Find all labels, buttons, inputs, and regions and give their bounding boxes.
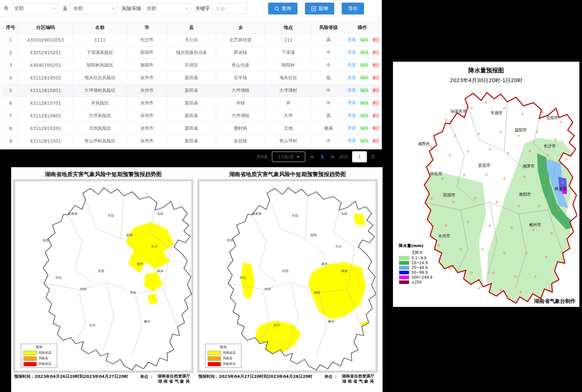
city-label: 长沙 xyxy=(335,244,342,248)
cell-actions: 查看 编辑 删除 xyxy=(346,84,379,97)
keyword-input[interactable] xyxy=(212,3,247,14)
edit-link[interactable]: 编辑 xyxy=(360,138,369,143)
search-button[interactable]: 查询 xyxy=(268,3,297,14)
county-filter-label: 县 xyxy=(63,5,68,12)
delete-link[interactable]: 删除 xyxy=(373,126,379,131)
col-header: 名称 xyxy=(73,22,127,34)
city-label: 株洲 xyxy=(341,269,348,273)
risk-zone-table: 序号 分区编码 名称 市 县 乡 地点 风险等级 操作 1 4301029010… xyxy=(3,21,379,148)
edit-link[interactable]: 编辑 xyxy=(360,88,369,93)
cell-no: 1 xyxy=(3,34,18,46)
edit-link[interactable]: 编辑 xyxy=(360,75,369,80)
cell-town: 骥村镇 xyxy=(216,122,265,135)
view-link[interactable]: 查看 xyxy=(347,138,356,143)
table-row: 4 43112810502 地头社区风险区 永州市 新田县 石羊镇 地头社区 低… xyxy=(3,72,379,84)
city-label: 株洲市 xyxy=(554,187,566,191)
risk-select-value: 全部 xyxy=(147,5,156,12)
cell-name: 大坪风险区 xyxy=(73,110,127,122)
cell-code: 43112810201 xyxy=(18,122,73,135)
table-row: 6 43112810701 井风险区 永州市 新田县 井镇 井 中 查看 编辑 … xyxy=(3,97,379,110)
view-link[interactable]: 查看 xyxy=(347,100,356,106)
legend-swatch xyxy=(399,261,409,265)
legend-label: 10~24.9 xyxy=(412,261,427,265)
delete-link[interactable]: 删除 xyxy=(373,62,379,68)
next-page-button[interactable]: > xyxy=(329,154,336,159)
cell-name: 北地风险区 xyxy=(73,122,127,135)
view-link[interactable]: 查看 xyxy=(347,126,356,131)
risk-filter-label: 风险等级 xyxy=(122,5,141,12)
add-button[interactable]: 新增 xyxy=(305,3,334,14)
cell-risk: 高 xyxy=(312,110,346,122)
edit-link[interactable]: 编辑 xyxy=(360,100,369,106)
city-label: 邵阳 xyxy=(80,287,87,291)
cell-county: 新田县 xyxy=(167,84,216,97)
legend-label: 25~49.9 xyxy=(412,266,427,270)
unit-label: 单位 ： xyxy=(324,374,338,384)
city-label: 衡阳 xyxy=(130,291,136,294)
edit-link[interactable]: 编辑 xyxy=(360,113,369,118)
edit-link[interactable]: 编辑 xyxy=(360,37,369,42)
view-link[interactable]: 查看 xyxy=(347,113,356,118)
cell-county: 石鼓区 xyxy=(167,59,216,72)
city-label: 怀化 xyxy=(239,276,246,279)
cell-actions: 查看 编辑 删除 xyxy=(346,46,379,59)
edit-link[interactable]: 编辑 xyxy=(360,126,369,131)
edit-link[interactable]: 编辑 xyxy=(360,62,369,68)
cell-code: 43052910201 xyxy=(18,46,73,59)
delete-link[interactable]: 删除 xyxy=(373,75,379,80)
cell-no: 8 xyxy=(3,122,18,135)
cell-risk: 中 xyxy=(312,84,346,97)
cell-place: 朝阳村 xyxy=(265,59,312,72)
table-row: 3 43040700202 朝阳村风险区 衡阳市 石鼓区 青山街道 朝阳村 中 … xyxy=(3,59,379,72)
prev-page-button[interactable]: < xyxy=(309,154,316,159)
cell-risk: 低 xyxy=(312,72,346,84)
export-button[interactable]: 导出 xyxy=(342,3,364,14)
delete-link[interactable]: 删除 xyxy=(373,138,379,143)
edit-link[interactable]: 编辑 xyxy=(360,50,369,55)
delete-link[interactable]: 删除 xyxy=(373,113,379,118)
add-icon xyxy=(311,6,316,11)
view-link[interactable]: 查看 xyxy=(347,37,356,42)
city-select[interactable]: 全部 ▾ xyxy=(11,3,58,14)
legend-title: 图例 xyxy=(21,345,57,350)
cell-actions: 查看 编辑 删除 xyxy=(346,97,379,110)
goto-page-input[interactable] xyxy=(352,151,367,162)
risk-level-select[interactable]: 全部 ▾ xyxy=(143,3,191,14)
view-link[interactable]: 查看 xyxy=(347,75,356,80)
page-size-select[interactable]: 15条/页 ▾ xyxy=(272,152,305,162)
col-header: 分区编码 xyxy=(18,22,73,34)
chevron-down-icon: ▾ xyxy=(112,7,114,10)
cell-name: 青山坪村风险区 xyxy=(73,135,127,148)
city-label: 永州 xyxy=(89,323,95,327)
col-header: 序号 xyxy=(3,22,18,34)
county-select[interactable]: 全部 ▾ xyxy=(70,3,117,14)
cell-no: 7 xyxy=(3,110,18,122)
city-label: 邵阳 xyxy=(264,287,271,291)
city-label: 怀化 xyxy=(55,276,62,279)
filter-bar: 市 全部 ▾ 县 全部 ▾ 风险等级 全部 ▾ 关键字 查询 xyxy=(0,0,382,17)
legend-swatch-orange xyxy=(23,356,37,361)
delete-link[interactable]: 删除 xyxy=(373,88,379,93)
delete-link[interactable]: 删除 xyxy=(373,37,379,42)
chevron-down-icon: ▾ xyxy=(186,7,188,10)
delete-link[interactable]: 删除 xyxy=(373,100,379,106)
legend-label: 无降水 xyxy=(412,250,423,255)
city-label: 永州 xyxy=(273,323,280,327)
city-select-value: 全部 xyxy=(14,5,24,12)
cell-code: 43112810701 xyxy=(18,97,73,110)
city-label: 娄底市 xyxy=(478,163,490,168)
col-header: 风险等级 xyxy=(312,22,346,34)
city-label: 郴州 xyxy=(144,320,150,324)
cell-city: 永州市 xyxy=(127,84,167,97)
city-label: 郴州市 xyxy=(529,223,541,227)
delete-link[interactable]: 删除 xyxy=(373,50,379,55)
city-label: 张家界 xyxy=(252,212,262,216)
view-link[interactable]: 查看 xyxy=(347,50,356,55)
current-page[interactable]: 1 xyxy=(319,154,325,159)
view-link[interactable]: 查看 xyxy=(347,88,356,93)
view-link[interactable]: 查看 xyxy=(347,62,356,68)
cell-county: 天心区 xyxy=(167,34,216,46)
cell-place: 青山坪村 xyxy=(265,135,312,148)
city-label: 衡阳 xyxy=(314,291,320,294)
legend-swatch xyxy=(399,275,409,279)
